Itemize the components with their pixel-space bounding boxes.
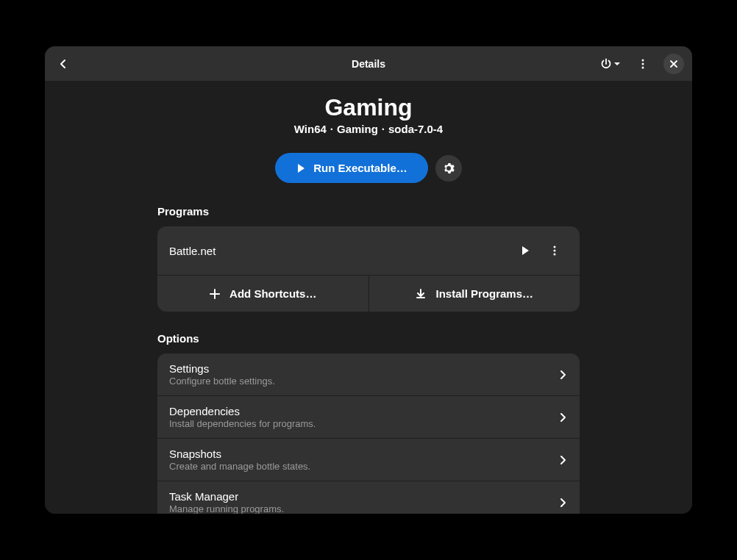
option-dependencies[interactable]: Dependencies Install dependencies for pr…: [157, 396, 580, 439]
window-title: Details: [352, 58, 385, 70]
option-text: Snapshots Create and manage bottle state…: [169, 448, 558, 472]
run-executable-button[interactable]: Run Executable…: [275, 153, 428, 183]
option-subtitle: Manage running programs.: [169, 503, 558, 514]
runner-label: soda-7.0-4: [388, 123, 443, 135]
play-icon: [520, 245, 530, 256]
program-actions: [512, 237, 568, 264]
back-button[interactable]: [50, 51, 76, 77]
bottle-title: Gaming: [45, 94, 692, 121]
option-title: Dependencies: [169, 405, 558, 417]
svg-point-5: [554, 254, 556, 256]
app-window: Details Gaming Win64·Gaming·soda-7.0-4: [45, 46, 692, 514]
bottle-header: Gaming Win64·Gaming·soda-7.0-4 Run Execu…: [45, 94, 692, 183]
preferences-button[interactable]: [435, 155, 462, 182]
primary-actions: Run Executable…: [45, 153, 692, 183]
svg-point-3: [554, 246, 556, 248]
option-subtitle: Create and manage bottle states.: [169, 461, 558, 472]
option-text: Dependencies Install dependencies for pr…: [169, 405, 558, 429]
option-subtitle: Install dependencies for programs.: [169, 418, 558, 429]
svg-point-0: [642, 59, 644, 61]
option-title: Settings: [169, 362, 558, 375]
env-label: Gaming: [337, 123, 378, 135]
install-programs-label: Install Programs…: [435, 287, 533, 300]
titlebar-actions: [594, 51, 687, 77]
option-settings[interactable]: Settings Configure bottle settings.: [157, 353, 580, 396]
menu-button[interactable]: [630, 51, 656, 77]
program-row: Battle.net: [157, 226, 580, 276]
titlebar: Details: [45, 46, 692, 81]
programs-actions-row: Add Shortcuts… Install Programs…: [157, 276, 580, 312]
programs-card: Battle.net Add S: [157, 226, 580, 312]
option-text: Task Manager Manage running programs.: [169, 490, 558, 514]
power-button[interactable]: [594, 54, 627, 74]
install-programs-button[interactable]: Install Programs…: [369, 276, 580, 312]
content-area[interactable]: Gaming Win64·Gaming·soda-7.0-4 Run Execu…: [45, 81, 692, 514]
option-title: Snapshots: [169, 448, 558, 460]
chevron-down-icon: [613, 60, 621, 68]
add-shortcuts-label: Add Shortcuts…: [229, 287, 316, 300]
programs-section-title: Programs: [157, 205, 580, 218]
option-snapshots[interactable]: Snapshots Create and manage bottle state…: [157, 439, 580, 481]
play-icon: [296, 163, 306, 173]
option-text: Settings Configure bottle settings.: [169, 362, 558, 387]
download-icon: [415, 288, 427, 300]
gear-icon: [443, 162, 455, 174]
svg-point-1: [642, 62, 644, 65]
options-section-title: Options: [157, 332, 580, 345]
close-button[interactable]: [663, 54, 684, 74]
options-card: Settings Configure bottle settings. Depe…: [157, 353, 580, 514]
option-task-manager[interactable]: Task Manager Manage running programs.: [157, 481, 580, 514]
run-label: Run Executable…: [313, 162, 407, 174]
chevron-right-icon: [558, 498, 568, 508]
chevron-left-icon: [57, 58, 69, 70]
program-menu-button[interactable]: [541, 237, 568, 264]
chevron-right-icon: [558, 412, 568, 423]
chevron-right-icon: [558, 370, 568, 380]
kebab-icon: [549, 245, 560, 256]
svg-point-4: [554, 250, 556, 252]
plus-icon: [209, 288, 221, 300]
arch-label: Win64: [294, 123, 327, 135]
chevron-right-icon: [558, 455, 568, 465]
option-title: Task Manager: [169, 490, 558, 503]
program-play-button[interactable]: [512, 237, 538, 264]
close-icon: [669, 60, 678, 68]
option-subtitle: Configure bottle settings.: [169, 376, 558, 387]
program-name: Battle.net: [169, 245, 512, 257]
svg-point-2: [642, 66, 644, 68]
bottle-subtitle: Win64·Gaming·soda-7.0-4: [45, 123, 692, 135]
add-shortcuts-button[interactable]: Add Shortcuts…: [157, 276, 369, 312]
power-icon: [600, 58, 612, 70]
kebab-icon: [637, 58, 649, 70]
